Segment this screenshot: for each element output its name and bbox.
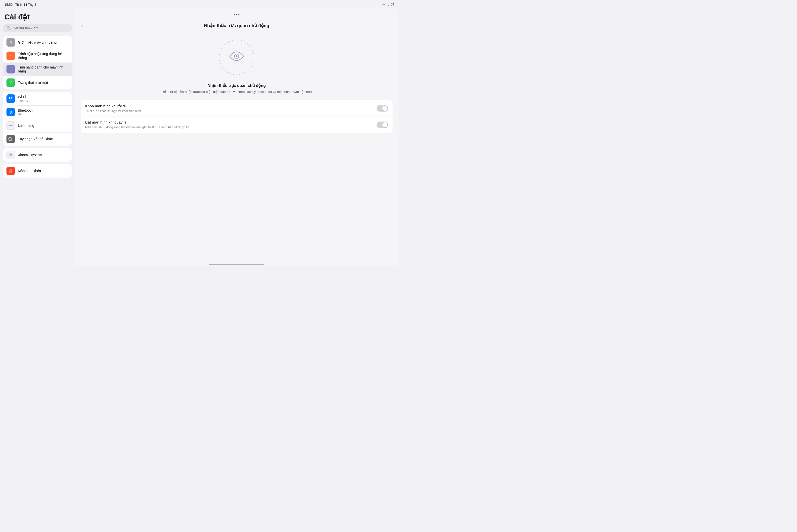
- wake-toggle-switch[interactable]: [377, 121, 388, 128]
- search-icon: 🔍: [6, 26, 11, 30]
- status-time-date: 15:59 Th 6, 14 Thg 3: [4, 3, 36, 6]
- sidebar-item-lockscreen[interactable]: 🔒 Màn hình khóa: [3, 164, 72, 177]
- right-header: ← Nhận thức trực quan chủ động: [75, 20, 398, 32]
- intro-label: Giới thiệu máy tính bảng: [18, 40, 68, 44]
- back-button[interactable]: ←: [81, 22, 86, 29]
- svg-point-2: [10, 125, 12, 126]
- bluetooth-sublabel: Bật: [18, 113, 68, 116]
- wake-toggle-label: Bật màn hình khi quay lại: [85, 120, 373, 125]
- topbar: [75, 9, 398, 20]
- wifi-label: Wi-Fi: [18, 95, 68, 99]
- search-bar[interactable]: 🔍: [3, 24, 72, 32]
- wifi-sublabel: Tinhte.vn: [18, 99, 68, 102]
- intro-icon: ▯: [6, 38, 15, 46]
- wake-toggle-desc: Màn hình sẽ tự động sáng lên khi bạn đến…: [85, 125, 373, 130]
- toggle-row-wake: Bật màn hình khi quay lại Màn hình sẽ tự…: [81, 117, 393, 133]
- sidebar-item-other-connect[interactable]: Tùy chọn kết nối khác: [3, 132, 72, 146]
- dot-2: [236, 14, 237, 15]
- sidebar-item-bluetooth[interactable]: 𐐂 Bluetooth Bật: [3, 106, 72, 119]
- bluetooth-icon: 𐐂: [6, 108, 15, 116]
- status-bar: 15:59 Th 6, 14 Thg 3 ↵ ∿ 53: [0, 0, 398, 9]
- dot-3: [238, 14, 239, 15]
- right-panel: ← Nhận thức trực quan chủ động: [75, 9, 398, 266]
- lockscreen-label: Màn hình khóa: [18, 169, 68, 173]
- other-connect-label: Tùy chọn kết nối khác: [18, 137, 68, 141]
- security-icon: ✓: [6, 78, 15, 87]
- eye-icon: [229, 50, 244, 65]
- update-icon: ↑: [6, 52, 15, 60]
- eye-container: [217, 37, 257, 77]
- lock-toggle-desc: Thiết bị sẽ khóa khi bạn rời khỏi màn hì…: [85, 109, 373, 113]
- settings-group-1: ▯ Giới thiệu máy tính bảng ↑ Trình cập n…: [3, 36, 72, 90]
- tablet-icon: ⠿: [6, 65, 15, 74]
- feature-description: Nhận thức trực quan chủ động Để thiết bị…: [75, 83, 398, 100]
- wifi-icon: [6, 94, 15, 103]
- hyperai-icon: [6, 151, 15, 159]
- feature-title: Nhận thức trực quan chủ động: [90, 83, 383, 88]
- settings-group-3: Xiaomi HyperAI: [3, 148, 72, 162]
- sidebar-item-wifi[interactable]: Wi-Fi Tinhte.vn: [3, 92, 72, 106]
- sidebar-item-lien-thong[interactable]: Liên thông: [3, 119, 72, 132]
- toggle-row-lock: Khóa màn hình khi rời đi Thiết bị sẽ khó…: [81, 100, 393, 117]
- status-icons: ↵ ∿ 53: [382, 3, 394, 6]
- main-layout: Cài đặt 🔍 ▯ Giới thiệu máy tính bảng ↑ T…: [0, 9, 398, 266]
- dot-1: [234, 14, 235, 15]
- sidebar-item-intro[interactable]: ▯ Giới thiệu máy tính bảng: [3, 36, 72, 49]
- battery-status: 53: [391, 3, 394, 6]
- lockscreen-icon: 🔒: [6, 167, 15, 175]
- settings-group-4: 🔒 Màn hình khóa: [3, 164, 72, 177]
- sidebar-item-security[interactable]: ✓ Trạng thái bảo mật: [3, 76, 72, 90]
- search-input[interactable]: [13, 26, 68, 30]
- svg-point-5: [236, 55, 238, 57]
- bluetooth-status-icon: ↵: [382, 3, 385, 6]
- lock-toggle-switch[interactable]: [377, 105, 388, 112]
- other-connect-icon: [6, 135, 15, 143]
- date: Th 6, 14 Thg 3: [15, 3, 36, 6]
- topbar-dots: [234, 14, 239, 15]
- settings-title: Cài đặt: [3, 13, 72, 21]
- scroll-bar: [209, 264, 264, 265]
- lien-thong-icon: [6, 121, 15, 130]
- feature-subtitle: Để thiết bị cảm nhận được sự hiện diện c…: [90, 90, 383, 94]
- lock-toggle-label: Khóa màn hình khi rời đi: [85, 104, 373, 108]
- scroll-indicator: [75, 263, 398, 266]
- hyperai-label: Xiaomi HyperAI: [18, 153, 68, 157]
- time: 15:59: [4, 3, 13, 6]
- sidebar-item-hyperai[interactable]: Xiaomi HyperAI: [3, 148, 72, 162]
- security-label: Trạng thái bảo mật: [18, 81, 68, 85]
- update-label: Trình cập nhật ứng dụng hệ thống: [18, 52, 68, 60]
- settings-group-2: Wi-Fi Tinhte.vn 𐐂 Bluetooth Bật: [3, 92, 72, 146]
- right-content: ← Nhận thức trực quan chủ động: [75, 20, 398, 263]
- sidebar-item-tablet-features[interactable]: ⠿ Tính năng dành cho máy tính bảng: [3, 62, 72, 76]
- left-panel: Cài đặt 🔍 ▯ Giới thiệu máy tính bảng ↑ T…: [0, 9, 75, 266]
- toggle-section: Khóa màn hình khi rời đi Thiết bị sẽ khó…: [81, 100, 393, 133]
- eye-illustration: [75, 32, 398, 83]
- lien-thong-label: Liên thông: [18, 124, 68, 128]
- bluetooth-label: Bluetooth: [18, 108, 68, 112]
- wifi-status-icon: ∿: [386, 3, 389, 6]
- tablet-label: Tính năng dành cho máy tính bảng: [18, 65, 68, 73]
- sidebar-item-update[interactable]: ↑ Trình cập nhật ứng dụng hệ thống: [3, 49, 72, 62]
- right-title: Nhận thức trực quan chủ động: [90, 23, 383, 28]
